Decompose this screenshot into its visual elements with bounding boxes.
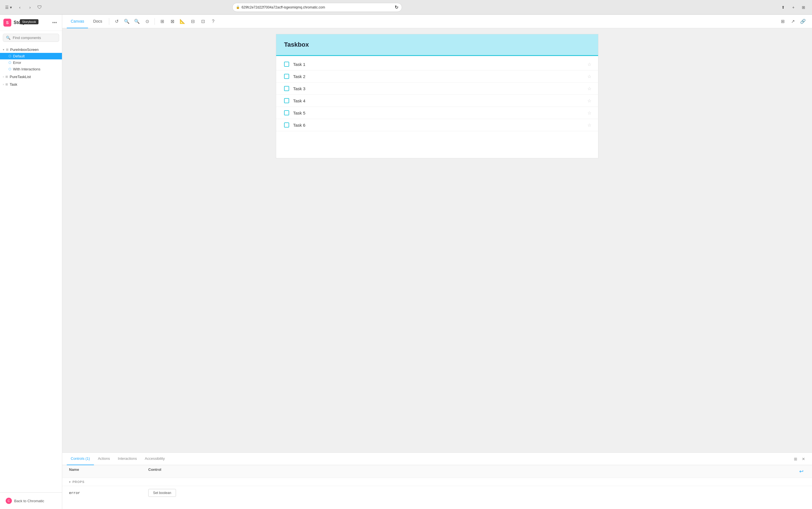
url-text: 629fc2e72d22f7004a72acff-isgeomiqmq.chro… [241,5,393,9]
panel-close-btn[interactable]: ✕ [800,455,808,463]
sidebar-toggle-button[interactable]: ☰ ▾ [4,3,12,11]
canvas-wrapper: Taskbox Task 1 ☆ Task 2 ☆ [62,28,812,509]
outline-btn[interactable]: ⊠ [168,17,177,26]
share-button[interactable]: ⬆ [779,3,787,11]
task-star-6[interactable]: ☆ [587,123,591,128]
task-name-1: Task 1 [293,62,590,67]
chromatic-logo-icon: C [6,498,12,504]
task-row-1: Task 1 ☆ [276,58,598,70]
sidebar-item-default[interactable]: ⬡ Default [0,53,62,59]
task-checkbox-2[interactable] [284,74,289,79]
task-star-5[interactable]: ☆ [587,110,591,116]
task-row-5: Task 5 ☆ [276,107,598,119]
measure-btn[interactable]: 📐 [178,17,187,26]
task-star-3[interactable]: ☆ [587,86,591,91]
group-label: PureInboxScreen [10,47,38,52]
bottom-panel: Controls (1) Actions Interactions Access… [62,452,812,509]
sidebar-item-with-interactions[interactable]: ⬡ With Interactions [0,66,62,72]
task-star-1[interactable]: ☆ [587,62,591,67]
prop-row-error: error Set boolean [62,486,812,500]
reload-icon-btn[interactable]: ↺ [112,17,121,26]
col-header-name: Name [69,468,148,475]
toolbar-right: ⊞ ↗ 🔗 [778,17,808,26]
set-boolean-button[interactable]: Set boolean [148,489,176,497]
search-icon: 🔍 [6,36,10,40]
forward-button[interactable]: › [26,3,34,11]
task-checkbox-5[interactable] [284,110,289,115]
main-content: Canvas Docs ↺ 🔍 🔍 ⊙ ⊞ ⊠ 📐 ⊟ ⊡ ? ⊞ ↗ 🔗 [62,15,812,509]
help-btn[interactable]: ? [208,17,218,26]
nav-group-task: › ⊞ Task [0,80,62,88]
new-tab-button[interactable]: + [789,3,797,11]
tab-canvas[interactable]: Canvas [67,15,88,28]
story-body: Task 1 ☆ Task 2 ☆ Task 3 ☆ [276,56,598,133]
open-new-btn[interactable]: ↗ [788,17,797,26]
canvas-area: Taskbox Task 1 ☆ Task 2 ☆ [62,28,812,452]
panel-tabs: Controls (1) Actions Interactions Access… [62,453,812,465]
zoom-reset-btn[interactable]: ⊙ [142,17,152,26]
tabs-button[interactable]: ⊞ [800,3,808,11]
props-chevron-icon: ▾ [69,480,71,483]
nav-group-header-task[interactable]: › ⊞ Task [0,81,62,88]
nav-group-puretasklist: › ⊞ PureTaskList [0,73,62,80]
story-icon-error: ⬡ [8,61,11,65]
task-star-4[interactable]: ☆ [587,98,591,103]
zoom-in-btn[interactable]: 🔍 [122,17,131,26]
nav-tree: ▾ ⊞ PureInboxScreen ⬡ Default ⬡ Error ⬡ … [0,45,62,492]
zoom-out-btn[interactable]: 🔍 [132,17,141,26]
task-checkbox-6[interactable] [284,123,289,128]
back-button[interactable]: ‹ [16,3,24,11]
chevron-right-icon-task: › [3,83,4,86]
props-section: ▾ PROPS [62,478,812,486]
lock-icon: 🔒 [236,5,240,9]
task-row-2: Task 2 ☆ [276,70,598,82]
story-icon-with-interactions: ⬡ [8,67,11,71]
task-name-5: Task 5 [293,110,590,115]
back-to-chromatic-button[interactable]: C Back to Chromatic [3,496,59,506]
reload-icon[interactable]: ↻ [395,4,398,10]
group-icon-task: ⊞ [5,82,8,86]
task-checkbox-1[interactable] [284,62,289,67]
panel-tab-controls[interactable]: Controls (1) [67,453,94,465]
group-icon-puretasklist: ⊞ [5,75,8,79]
storybook-logo: S [3,19,11,27]
browser-actions: ⬆ + ⊞ [779,3,808,11]
task-name-6: Task 6 [293,123,590,128]
panel-tab-actions[interactable]: Actions [94,453,114,465]
task-star-2[interactable]: ☆ [587,74,591,79]
story-frame: Taskbox Task 1 ☆ Task 2 ☆ [276,34,598,158]
task-checkbox-3[interactable] [284,86,289,91]
task-name-3: Task 3 [293,86,590,91]
security-icon: 🛡 [37,5,42,10]
panel-col-headers: Name Control ↩ [62,465,812,478]
expand-btn[interactable]: ⊞ [778,17,787,26]
task-row-4: Task 4 ☆ [276,95,598,107]
nav-group-header-pureinboxscreen[interactable]: ▾ ⊞ PureInboxScreen [0,46,62,53]
tab-docs[interactable]: Docs [89,15,106,28]
group-icon: ⊞ [6,48,8,52]
panel-tab-accessibility[interactable]: Accessibility [141,453,169,465]
logo-letter: S [6,20,8,25]
task-checkbox-4[interactable] [284,98,289,103]
grid-toggle-btn[interactable]: ⊞ [158,17,167,26]
panel-tab-interactions[interactable]: Interactions [114,453,141,465]
search-input[interactable] [13,36,60,40]
col-header-control: Control [148,468,797,475]
nav-group-header-puretasklist[interactable]: › ⊞ PureTaskList [0,73,62,80]
search-bar[interactable]: 🔍 / [3,34,59,42]
props-label: ▾ PROPS [69,480,805,483]
background-btn[interactable]: ⊟ [188,17,197,26]
task-name-2: Task 2 [293,74,590,79]
reset-controls-button[interactable]: ↩ [797,468,805,475]
sidebar-footer: C Back to Chromatic [0,492,62,509]
sidebar-item-label-default: Default [13,54,25,58]
viewport-btn[interactable]: ⊡ [198,17,207,26]
sidebar-item-error[interactable]: ⬡ Error [0,59,62,66]
storybook-tooltip: Storybook [20,19,38,24]
link-btn[interactable]: 🔗 [799,17,808,26]
address-bar[interactable]: 🔒 629fc2e72d22f7004a72acff-isgeomiqmq.ch… [232,3,402,12]
nav-group-pureinboxscreen: ▾ ⊞ PureInboxScreen ⬡ Default ⬡ Error ⬡ … [0,46,62,73]
more-options-button[interactable]: ••• [51,19,59,27]
panel-split-btn[interactable]: ⊞ [792,455,800,463]
chevron-down-icon: ▾ [3,48,4,51]
